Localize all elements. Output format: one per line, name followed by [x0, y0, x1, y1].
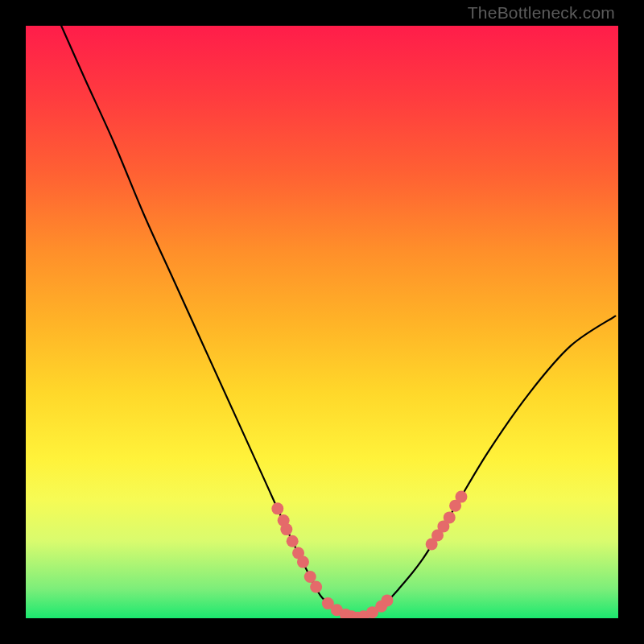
marker-dot [297, 556, 309, 568]
marker-dot [381, 594, 393, 606]
plot-area [26, 26, 618, 618]
chart-svg [26, 26, 618, 618]
marker-dot [287, 535, 299, 547]
marker-dot [271, 502, 283, 514]
markers-group [271, 491, 467, 618]
marker-dot [280, 523, 292, 535]
chart-frame: TheBottleneck.com [0, 0, 644, 644]
curve-right [357, 316, 615, 618]
curve-left [61, 26, 357, 618]
marker-dot [444, 511, 456, 523]
marker-dot [455, 491, 467, 503]
marker-dot [310, 580, 322, 592]
watermark-label: TheBottleneck.com [468, 3, 615, 23]
marker-dot [304, 571, 316, 583]
